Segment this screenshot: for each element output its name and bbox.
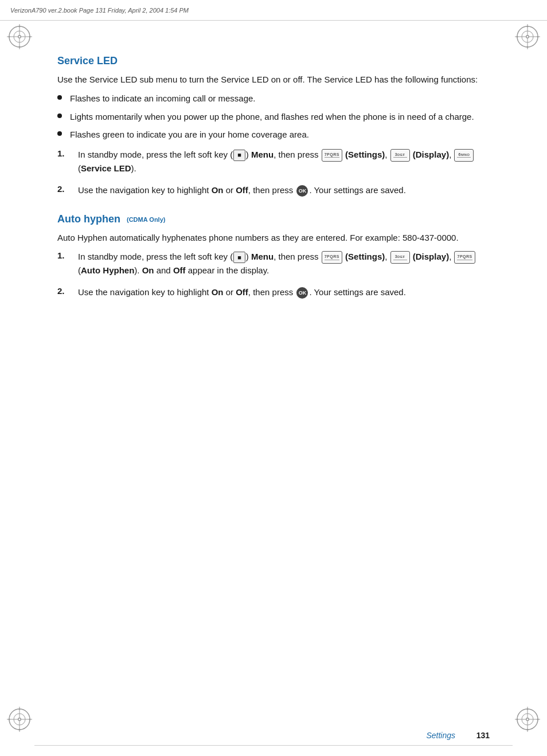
step-1-num: 1.	[57, 148, 78, 158]
bullet-item-2: Lights momentarily when you power up the…	[57, 110, 490, 123]
bullet-item-1: Flashes to indicate an incoming call or …	[57, 92, 490, 105]
auto-hyphen-title: Auto hyphen (CDMA Only)	[57, 213, 490, 225]
auto-step-2-content: Use the navigation key to highlight On o…	[78, 285, 490, 299]
service-led-bullets: Flashes to indicate an incoming call or …	[57, 92, 490, 141]
key-3def-1: 3DEF	[390, 149, 410, 162]
step-2-num: 2.	[57, 184, 78, 194]
bullet-dot-2	[57, 113, 62, 118]
key-3def-2: 3DEF	[390, 251, 410, 264]
footer-page-number: 131	[476, 731, 490, 740]
bullet-item-3: Flashes green to indicate you are in you…	[57, 128, 490, 141]
key-7pqrs-3: 7PQRS	[454, 251, 475, 264]
auto-step-1-num: 1.	[57, 250, 78, 260]
auto-step-2-num: 2.	[57, 286, 78, 296]
service-led-section: Service LED Use the Service LED sub menu…	[57, 55, 490, 197]
main-content: Service LED Use the Service LED sub menu…	[0, 21, 547, 756]
step-1-content: In standby mode, press the left soft key…	[78, 148, 490, 175]
header-bar: VerizonA790 ver.2.book Page 131 Friday, …	[0, 0, 547, 21]
auto-hyphen-step-1: 1. In standby mode, press the left soft …	[57, 250, 490, 277]
bullet-dot-3	[57, 131, 62, 136]
service-led-intro: Use the Service LED sub menu to turn the…	[57, 73, 490, 86]
step-2-content: Use the navigation key to highlight On o…	[78, 183, 490, 197]
key-6mno-1: 6MNO	[454, 149, 474, 162]
cdma-only-label: (CDMA Only)	[127, 216, 165, 223]
auto-step-1-content: In standby mode, press the left soft key…	[78, 250, 490, 277]
header-text: VerizonA790 ver.2.book Page 131 Friday, …	[10, 7, 189, 14]
service-led-step-1: 1. In standby mode, press the left soft …	[57, 148, 490, 175]
footer-line	[34, 745, 513, 746]
soft-key-icon: ■	[233, 150, 245, 161]
auto-hyphen-step-2: 2. Use the navigation key to highlight O…	[57, 285, 490, 299]
service-led-step-2: 2. Use the navigation key to highlight O…	[57, 183, 490, 197]
auto-hyphen-intro: Auto Hyphen automatically hyphenates pho…	[57, 231, 490, 244]
key-7pqrs-1: 7PQRS	[322, 149, 342, 162]
service-led-title: Service LED	[57, 55, 490, 67]
ok-button-1: OK	[296, 185, 308, 197]
bullet-dot-1	[57, 95, 62, 100]
soft-key-icon-2: ■	[233, 252, 245, 263]
key-7pqrs-2: 7PQRS	[322, 251, 342, 264]
ok-button-2: OK	[296, 287, 308, 299]
auto-hyphen-section: Auto hyphen (CDMA Only) Auto Hyphen auto…	[57, 213, 490, 299]
footer-settings-label: Settings	[426, 731, 455, 740]
